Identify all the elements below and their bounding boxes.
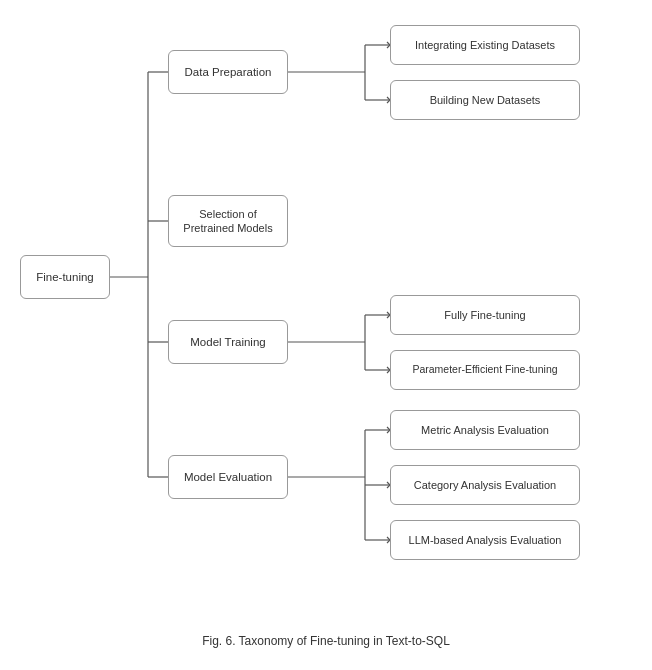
node-model-evaluation: Model Evaluation [168, 455, 288, 499]
node-root: Fine-tuning [20, 255, 110, 299]
node-fully: Fully Fine-tuning [390, 295, 580, 335]
diagram-container: Fine-tuning Data Preparation Selection o… [0, 0, 652, 630]
node-integrating: Integrating Existing Datasets [390, 25, 580, 65]
figure-caption: Fig. 6. Taxonomy of Fine-tuning in Text-… [202, 634, 450, 648]
node-llm-analysis: LLM-based Analysis Evaluation [390, 520, 580, 560]
node-metric-analysis: Metric Analysis Evaluation [390, 410, 580, 450]
node-data-preparation: Data Preparation [168, 50, 288, 94]
node-selection-pretrained: Selection ofPretrained Models [168, 195, 288, 247]
node-param-efficient: Parameter-Efficient Fine-tuning [390, 350, 580, 390]
node-category-analysis: Category Analysis Evaluation [390, 465, 580, 505]
node-model-training: Model Training [168, 320, 288, 364]
node-building: Building New Datasets [390, 80, 580, 120]
